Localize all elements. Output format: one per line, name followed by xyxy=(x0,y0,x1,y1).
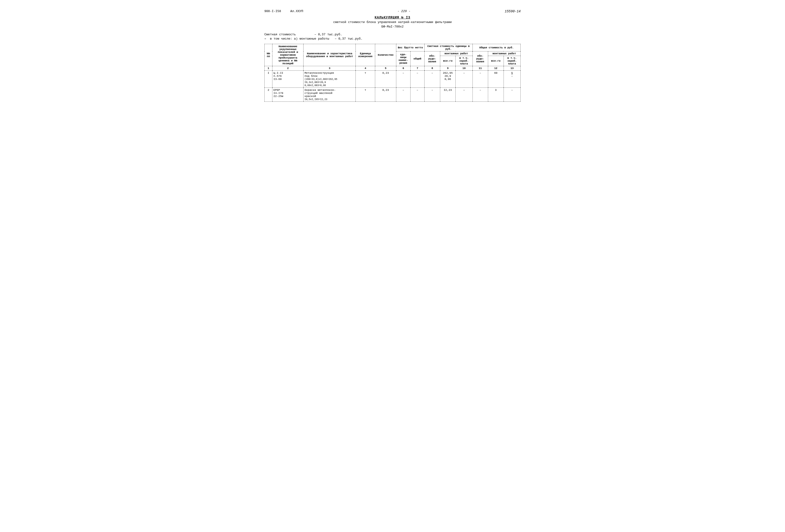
th-naim: Наименование укрупненных показателей и н… xyxy=(273,44,304,66)
doc-id-right: 15590-14 xyxy=(505,9,521,13)
th-smet-mont: монтажных работ xyxy=(440,51,473,56)
cell-ves-ed: – xyxy=(396,88,410,102)
title-section: КАЛЬКУЛЯЦИЯ № I3 сметной стоимости блока… xyxy=(264,16,521,28)
cell-ves-ob: – xyxy=(410,71,425,88)
th-colnum-1: 1 xyxy=(264,66,273,71)
doc-number: 908-I-I58 xyxy=(264,9,281,13)
doc-section: Ал.ХХУП xyxy=(290,9,303,13)
doc-id-left: 908-I-I58 Ал.ХХУП xyxy=(264,9,303,13)
table-col-nums: 1 2 3 4 5 6 7 8 9 10 11 12 13 xyxy=(264,66,521,71)
table-row: I Ц-I-IIп.576IЗ-68 Металлоконструкцияпод… xyxy=(264,71,521,88)
cell-smet-mont-ztch: – xyxy=(456,88,473,102)
th-colnum-10: 10 xyxy=(456,66,473,71)
cell-naim: ЕРЕРI4-I7822-25м xyxy=(273,88,304,102)
th-ed: Единица измерения xyxy=(356,44,375,66)
th-colnum-2: 2 xyxy=(273,66,304,71)
th-ob: Общая стоимость в руб. xyxy=(473,44,521,51)
th-colnum-3: 3 xyxy=(304,66,356,71)
th-colnum-4: 4 xyxy=(356,66,375,71)
doc-page: - 229 - xyxy=(303,9,505,13)
th-ob-mont: монтажных работ xyxy=(488,51,521,56)
th-colnum-12: 12 xyxy=(488,66,504,71)
cell-smet-obo: – xyxy=(425,71,440,88)
cell-ed: т xyxy=(356,88,375,102)
th-kol: Количество xyxy=(375,44,396,66)
title-sub1: сметной стоимости блока управления натри… xyxy=(264,20,521,24)
meta-cost-label: Сметная стоимость xyxy=(264,33,296,36)
cell-kol: 0,23 xyxy=(375,88,396,102)
meta-work-value: – 0,37 тыс.руб. xyxy=(335,37,362,41)
cell-smet-obo: – xyxy=(425,88,440,102)
cell-num: I xyxy=(264,71,273,88)
cell-char: Окраска металлокон-струкций маслянойкрас… xyxy=(304,88,356,102)
cell-smet-mont-ztch: – xyxy=(456,71,473,88)
th-colnum-9: 9 xyxy=(440,66,455,71)
cell-ob-mont-ztch: 5– xyxy=(504,71,521,88)
meta-work-label: в том числе: а) монтажные работы xyxy=(270,37,329,41)
cell-num: 2 xyxy=(264,88,273,102)
th-num: №№пп xyxy=(264,44,273,66)
th-colnum-8: 8 xyxy=(425,66,440,71)
cell-ob-mont-vse: 60 xyxy=(488,71,504,88)
title-main: КАЛЬКУЛЯЦИЯ № I3 xyxy=(264,16,521,20)
cell-kol: 0,23 xyxy=(375,71,396,88)
th-ob-mont-vse: все-го xyxy=(488,56,504,66)
cell-naim: Ц-I-IIп.576IЗ-68 xyxy=(273,71,304,88)
th-ves: Вес брутто нетто xyxy=(396,44,425,51)
meta-cost-value: – 0,37 тыс.руб. xyxy=(314,33,342,36)
th-smet-mont-vse: все-го xyxy=(440,56,455,66)
cell-ob-obo: – xyxy=(473,71,488,88)
th-ves-ob: общий xyxy=(410,51,425,66)
meta-work: – в том числе: а) монтажные работы – 0,3… xyxy=(264,37,521,41)
cell-ves-ob: – xyxy=(410,88,425,102)
cell-ves-ed: – xyxy=(396,71,410,88)
cell-smet-mont-vse: I2,23 xyxy=(440,88,455,102)
cell-smet-mont-vse: 262,9520,90,96 xyxy=(440,71,455,88)
th-colnum-6: 6 xyxy=(396,66,410,71)
th-ob-mont-ztch: в т.ч. зараб. плата xyxy=(504,56,521,66)
table-row: 2 ЕРЕРI4-I7822-25м Окраска металлокон-ст… xyxy=(264,88,521,102)
th-smet-obo: обо-рудо-вания xyxy=(425,51,440,66)
main-table: №№пп Наименование укрупненных показателе… xyxy=(264,44,521,102)
th-ob-obo: обо-рудо-вания xyxy=(473,51,488,66)
th-colnum-7: 7 xyxy=(410,66,425,71)
meta-section: Сметная стоимость – 0,37 тыс.руб. – в то… xyxy=(264,33,521,41)
th-colnum-5: 5 xyxy=(375,66,396,71)
th-char: Наименование и характеристика оборудован… xyxy=(304,44,356,66)
cell-char: Металлоконструкцияпод блок (209+33,8)хI,… xyxy=(304,71,356,88)
doc-header: 908-I-I58 Ал.ХХУП - 229 - 15590-14 xyxy=(264,9,521,13)
th-colnum-13: 13 xyxy=(504,66,521,71)
cell-ob-mont-vse: 3 xyxy=(488,88,504,102)
th-ves-ed: еди-ницы наиме-рения xyxy=(396,51,410,66)
th-colnum-11: 11 xyxy=(473,66,488,71)
th-smet: Сметная стоимость единицы в руб. xyxy=(425,44,473,51)
table-header-row1: №№пп Наименование укрупненных показателе… xyxy=(264,44,521,51)
title-sub2: БФ-МаI-700х2 xyxy=(264,25,521,28)
th-smet-mont-ztch: в т.ч. зараб. плата xyxy=(456,56,473,66)
meta-cost: Сметная стоимость – 0,37 тыс.руб. xyxy=(264,33,521,36)
cell-ob-obo: – xyxy=(473,88,488,102)
cell-ob-mont-ztch: – xyxy=(504,88,521,102)
cell-ed: т xyxy=(356,71,375,88)
